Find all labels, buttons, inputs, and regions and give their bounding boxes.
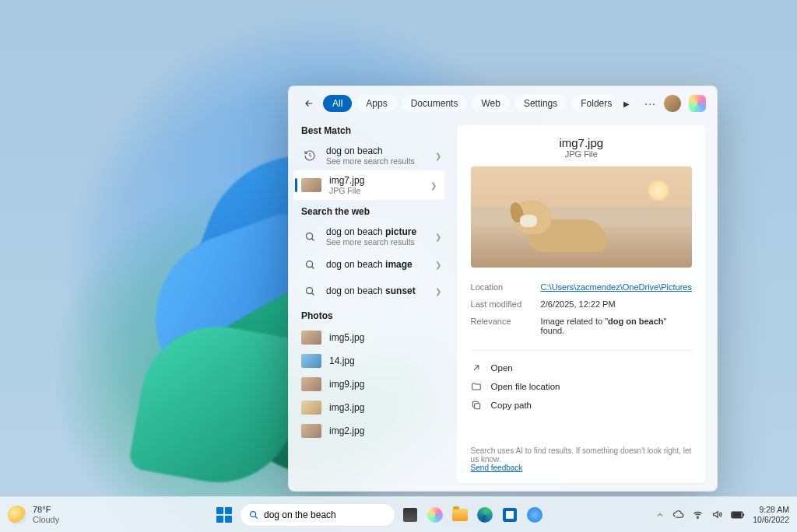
search-icon — [301, 282, 318, 299]
svg-point-2 — [306, 287, 312, 293]
result-title: dog on beach image — [326, 259, 427, 270]
result-file-selected[interactable]: img7.jpg JPG File ❯ — [293, 170, 444, 200]
meta-value: Image related to "dog on beach" found. — [541, 317, 692, 335]
result-title: img9.jpg — [329, 379, 441, 390]
weather-temp: 78°F — [33, 505, 59, 515]
meta-label: Last modified — [471, 299, 541, 309]
time: 9:28 AM — [753, 505, 789, 515]
copy-icon — [471, 400, 483, 411]
svg-point-0 — [306, 233, 312, 239]
section-photos: Photos — [289, 304, 449, 326]
svg-point-4 — [251, 511, 256, 516]
svg-point-1 — [306, 261, 312, 267]
meta-label: Location — [471, 282, 541, 292]
result-photo[interactable]: img5.jpg — [289, 326, 449, 349]
filter-documents[interactable]: Documents — [402, 95, 468, 112]
svg-rect-3 — [474, 404, 479, 409]
preview-title: img7.jpg — [471, 136, 692, 149]
search-panel: All Apps Documents Web Settings Folders … — [288, 86, 718, 492]
copilot-icon[interactable] — [689, 95, 706, 112]
send-feedback-link[interactable]: Send feedback — [471, 464, 523, 472]
start-button[interactable] — [213, 504, 235, 526]
result-history[interactable]: dog on beach See more search results ❯ — [289, 141, 449, 170]
chevron-right-icon: ❯ — [435, 261, 441, 269]
result-web[interactable]: dog on beach sunset ❯ — [289, 278, 449, 304]
result-photo[interactable]: img2.jpg — [289, 419, 449, 443]
weather-icon — [8, 506, 26, 524]
open-icon — [471, 362, 483, 373]
photo-thumbnail — [301, 377, 321, 391]
user-avatar[interactable] — [664, 95, 681, 112]
filter-web[interactable]: Web — [472, 95, 509, 112]
edge-icon[interactable] — [475, 505, 495, 525]
app-icon[interactable] — [525, 505, 545, 525]
battery-icon[interactable] — [731, 510, 745, 520]
back-button[interactable] — [300, 94, 318, 113]
filter-scroll-right[interactable]: ▶ — [620, 100, 634, 108]
preview-filetype: JPG File — [471, 149, 692, 159]
tray-chevron-icon[interactable] — [655, 510, 665, 520]
preview-metadata: Location C:\Users\zacmendez\OneDrive\Pic… — [471, 278, 692, 339]
taskbar-search[interactable] — [240, 503, 395, 527]
folder-icon — [471, 381, 483, 392]
more-options-button[interactable]: ··· — [644, 97, 656, 110]
result-photo[interactable]: img3.jpg — [289, 396, 449, 419]
taskbar: 78°F Cloudy 9:28 AM 10/6/2022 — [0, 496, 797, 532]
result-title: dog on beach — [326, 145, 427, 156]
chevron-right-icon: ❯ — [430, 181, 437, 190]
history-icon — [301, 147, 318, 164]
result-photo[interactable]: 14.jpg — [289, 349, 449, 373]
photo-thumbnail — [301, 424, 321, 438]
chevron-right-icon: ❯ — [435, 152, 441, 160]
result-subtitle: See more search results — [326, 237, 427, 247]
copilot-taskbar-icon[interactable] — [425, 505, 445, 525]
photo-thumbnail — [301, 331, 321, 345]
search-input[interactable] — [264, 509, 387, 520]
search-icon — [248, 509, 259, 520]
onedrive-icon[interactable] — [672, 509, 684, 520]
result-web[interactable]: dog on beach picture See more search res… — [289, 222, 449, 251]
weather-condition: Cloudy — [33, 515, 59, 525]
filter-apps[interactable]: Apps — [356, 95, 396, 112]
section-search-web: Search the web — [289, 200, 449, 222]
filter-all[interactable]: All — [323, 95, 352, 112]
open-location-button[interactable]: Open file location — [471, 377, 692, 396]
result-title: img3.jpg — [329, 402, 441, 413]
volume-icon[interactable] — [711, 509, 723, 520]
weather-widget[interactable]: 78°F Cloudy — [8, 505, 132, 524]
result-photo[interactable]: img9.jpg — [289, 373, 449, 396]
chevron-right-icon: ❯ — [435, 287, 441, 296]
clock[interactable]: 9:28 AM 10/6/2022 — [753, 505, 789, 524]
date: 10/6/2022 — [753, 515, 789, 525]
preview-footer: Search uses AI to find results. If somet… — [471, 439, 692, 472]
store-icon[interactable] — [500, 505, 520, 525]
search-filter-bar: All Apps Documents Web Settings Folders … — [289, 86, 717, 119]
meta-label: Relevance — [471, 317, 541, 335]
svg-rect-7 — [733, 513, 742, 516]
location-link[interactable]: C:\Users\zacmendez\OneDrive\Pictures — [541, 282, 692, 292]
section-best-match: Best Match — [289, 119, 449, 141]
open-button[interactable]: Open — [471, 359, 692, 377]
result-title: dog on beach sunset — [326, 285, 427, 296]
filter-folders[interactable]: Folders — [571, 95, 615, 112]
meta-value: 2/6/2025, 12:22 PM — [541, 299, 692, 309]
photo-thumbnail — [301, 401, 321, 415]
result-title: 14.jpg — [329, 355, 441, 366]
search-icon — [301, 256, 318, 273]
svg-point-5 — [697, 517, 698, 518]
file-explorer-icon[interactable] — [450, 505, 470, 525]
search-icon — [301, 228, 318, 245]
task-view-button[interactable] — [400, 505, 420, 525]
wifi-icon[interactable] — [692, 509, 704, 520]
result-web[interactable]: dog on beach image ❯ — [289, 251, 449, 278]
preview-image[interactable] — [471, 166, 692, 268]
result-title: dog on beach picture — [326, 226, 427, 237]
preview-pane: img7.jpg JPG File Location C:\Users\zacm… — [457, 125, 706, 483]
file-thumbnail — [301, 178, 321, 192]
chevron-right-icon: ❯ — [435, 233, 441, 241]
filter-settings[interactable]: Settings — [514, 95, 567, 112]
result-subtitle: JPG File — [329, 186, 423, 195]
copy-path-button[interactable]: Copy path — [471, 396, 692, 415]
result-subtitle: See more search results — [326, 156, 427, 166]
result-title: img2.jpg — [329, 425, 441, 436]
